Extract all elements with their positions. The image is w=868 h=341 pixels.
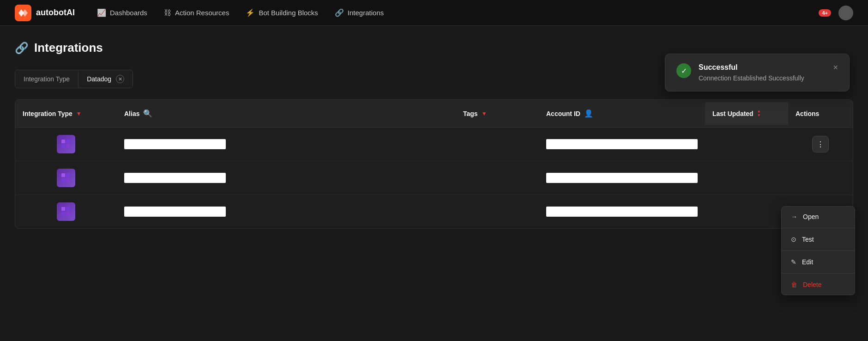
td-account-id-2 [539, 165, 705, 190]
svg-rect-11 [61, 212, 65, 215]
svg-rect-12 [66, 212, 70, 215]
th-last-updated: Last Updated ▲ ▼ [705, 102, 788, 125]
td-actions-1: ⋮ [788, 128, 853, 160]
alias-redacted-3 [124, 207, 226, 217]
dropdown-test[interactable]: ⊙ Test [782, 229, 855, 250]
last-updated-sort[interactable]: ▲ ▼ [757, 110, 761, 117]
datadog-icon-3 [57, 202, 75, 221]
nav-dashboards[interactable]: 📈 Dashboards [97, 6, 147, 19]
main-content: 🔗 Integrations Integration Type Datadog … [0, 26, 868, 244]
alias-redacted-2 [124, 173, 226, 183]
navbar: autobotAI 📈 Dashboards ⛓ Action Resource… [0, 0, 868, 26]
svg-rect-8 [66, 178, 70, 182]
svg-rect-10 [66, 207, 70, 211]
page-title: Integrations [34, 41, 103, 55]
account-redacted-3 [546, 207, 698, 217]
table-header: Integration Type ▼ Alias 🔍 Tags ▼ Accoun… [15, 100, 853, 128]
td-tags-1 [456, 137, 539, 152]
toast-message: Connection Established Successfully [699, 74, 826, 82]
datadog-icon-1 [57, 135, 75, 153]
datadog-icon-2 [57, 169, 75, 187]
svg-rect-2 [66, 140, 70, 143]
td-integration-icon-3 [15, 195, 117, 228]
avatar[interactable] [838, 6, 853, 20]
td-last-updated-1 [705, 137, 788, 152]
svg-rect-9 [61, 207, 65, 211]
logo[interactable]: autobotAI [15, 5, 75, 21]
navbar-links: 📈 Dashboards ⛓ Action Resources ⚡ Bot Bu… [97, 6, 819, 19]
navbar-right: 4+ [819, 6, 853, 20]
td-alias-1 [117, 132, 456, 157]
account-redacted-1 [546, 139, 698, 149]
svg-rect-1 [61, 140, 65, 143]
tags-filter-icon[interactable]: ▼ [482, 110, 487, 117]
dropdown-edit[interactable]: ✎ Edit [782, 252, 855, 272]
row-actions-button-1[interactable]: ⋮ [812, 136, 829, 152]
svg-rect-7 [61, 178, 65, 182]
notification-badge[interactable]: 4+ [819, 9, 831, 17]
dropdown-divider-1 [782, 228, 855, 228]
table-row [15, 195, 853, 228]
dashboards-icon: 📈 [97, 8, 106, 17]
th-alias: Alias 🔍 [117, 102, 456, 125]
th-account-id: Account ID 👤 [539, 102, 705, 125]
th-tags: Tags ▼ [456, 103, 539, 125]
integrations-icon: 🔗 [335, 8, 344, 17]
toast-content: Successful Connection Established Succes… [699, 63, 826, 82]
actions-dropdown: → Open ⊙ Test ✎ Edit 🗑 Delete [781, 206, 855, 295]
nav-integrations[interactable]: 🔗 Integrations [335, 6, 384, 19]
td-alias-2 [117, 165, 456, 190]
svg-rect-5 [61, 173, 65, 177]
alias-search-icon[interactable]: 🔍 [143, 109, 152, 118]
td-last-updated-3 [705, 204, 788, 219]
action-resources-icon: ⛓ [164, 9, 171, 17]
td-tags-2 [456, 170, 539, 185]
page-title-icon: 🔗 [15, 42, 29, 55]
nav-action-resources[interactable]: ⛓ Action Resources [164, 7, 229, 19]
td-integration-icon-1 [15, 128, 117, 161]
td-last-updated-2 [705, 170, 788, 185]
logo-text: autobotAI [36, 8, 75, 18]
filter-clear-button[interactable]: ✕ [116, 75, 124, 83]
th-integration-type: Integration Type ▼ [15, 103, 117, 125]
td-actions-2 [788, 170, 853, 185]
toast-close-button[interactable]: × [833, 63, 838, 72]
table-row: ⋮ [15, 128, 853, 161]
td-tags-3 [456, 204, 539, 219]
td-account-id-1 [539, 132, 705, 157]
filter-bar: Integration Type Datadog ✕ [15, 70, 133, 88]
test-icon: ⊙ [791, 236, 796, 243]
logo-icon [15, 5, 31, 21]
account-id-icon: 👤 [584, 109, 593, 118]
td-alias-3 [117, 199, 456, 224]
delete-icon: 🗑 [791, 281, 797, 288]
integrations-table: Integration Type ▼ Alias 🔍 Tags ▼ Accoun… [15, 99, 853, 229]
svg-rect-3 [61, 144, 65, 148]
dropdown-delete[interactable]: 🗑 Delete [782, 274, 855, 295]
dropdown-divider-3 [782, 273, 855, 274]
bot-building-icon: ⚡ [246, 8, 255, 17]
success-toast: ✓ Successful Connection Established Succ… [665, 54, 850, 91]
edit-icon: ✎ [791, 258, 796, 266]
integration-type-filter-icon[interactable]: ▼ [76, 110, 82, 117]
page-title-row: 🔗 Integrations [15, 41, 853, 55]
toast-check-icon: ✓ [676, 63, 691, 78]
dropdown-divider-2 [782, 250, 855, 251]
filter-label: Integration Type [15, 71, 78, 87]
th-actions: Actions [788, 103, 853, 125]
open-icon: → [791, 213, 797, 220]
account-redacted-2 [546, 173, 698, 183]
svg-rect-4 [66, 144, 70, 148]
nav-bot-building-blocks[interactable]: ⚡ Bot Building Blocks [246, 6, 318, 19]
table-row [15, 161, 853, 195]
filter-value: Datadog ✕ [78, 70, 133, 88]
dropdown-open[interactable]: → Open [782, 207, 855, 227]
td-account-id-3 [539, 199, 705, 224]
toast-title: Successful [699, 63, 826, 72]
svg-rect-6 [66, 173, 70, 177]
alias-redacted-1 [124, 139, 226, 149]
td-integration-icon-2 [15, 161, 117, 195]
